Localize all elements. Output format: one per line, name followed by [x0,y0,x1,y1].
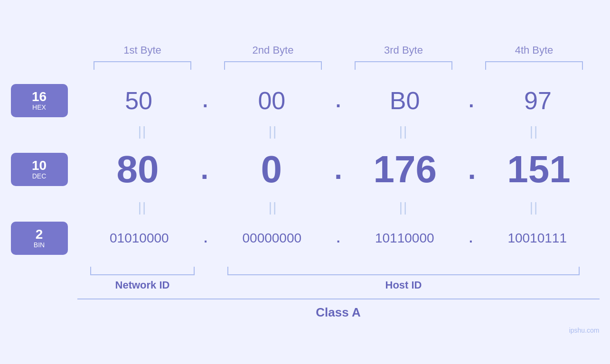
watermark: ipshu.com [569,327,600,334]
dec-byte-3: 176 [374,148,437,191]
equals-2-1: || [138,200,147,215]
bin-dot-2: . [334,232,343,245]
hex-byte-4: 97 [524,86,552,115]
bin-dot-1: . [201,232,210,245]
bin-base-number: 2 [36,228,43,241]
byte-header-4: 4th Byte [469,44,600,56]
top-bracket-1 [94,61,191,70]
bin-label-box: 2 BIN [11,222,68,255]
equals-2-2: || [269,200,278,215]
dec-dot-3: . [466,155,479,184]
dec-base-label: DEC [32,172,47,180]
byte-header-3: 3rd Byte [338,44,469,56]
dec-byte-2: 0 [261,148,282,191]
bin-dot-3: . [467,232,475,245]
equals-1-4: || [530,124,539,139]
byte-header-1: 1st Byte [77,44,208,56]
bin-byte-2: 00000000 [243,231,302,246]
dec-dot-1: . [198,155,211,184]
top-bracket-2 [224,61,322,70]
equals-2-3: || [399,200,408,215]
hex-byte-2: 00 [258,86,285,115]
hex-dot-3: . [466,91,476,110]
byte-header-2: 2nd Byte [208,44,338,56]
bin-byte-1: 01010000 [110,231,169,246]
network-id-label: Network ID [115,279,170,291]
equals-2-4: || [530,200,539,215]
dec-label-box: 10 DEC [11,153,68,186]
hex-label-box: 16 HEX [11,84,68,117]
network-bracket [90,267,195,275]
hex-byte-3: B0 [390,86,420,115]
dec-byte-4: 151 [507,148,570,191]
hex-byte-1: 50 [125,86,152,115]
equals-1-1: || [138,124,147,139]
bin-byte-3: 10110000 [375,231,434,246]
dec-base-number: 10 [32,159,47,172]
host-bracket [227,267,580,275]
equals-1-2: || [269,124,278,139]
dec-byte-1: 80 [117,148,159,191]
hex-base-number: 16 [32,90,47,103]
hex-dot-2: . [333,91,343,110]
top-bracket-3 [355,61,452,70]
top-bracket-4 [485,61,583,70]
equals-1-3: || [399,124,408,139]
hex-base-label: HEX [32,103,46,111]
dec-dot-2: . [332,155,345,184]
hex-dot-1: . [200,91,210,110]
bin-base-label: BIN [34,241,45,249]
class-label: Class A [316,305,360,320]
bin-byte-4: 10010111 [507,231,567,246]
host-id-label: Host ID [385,279,422,291]
